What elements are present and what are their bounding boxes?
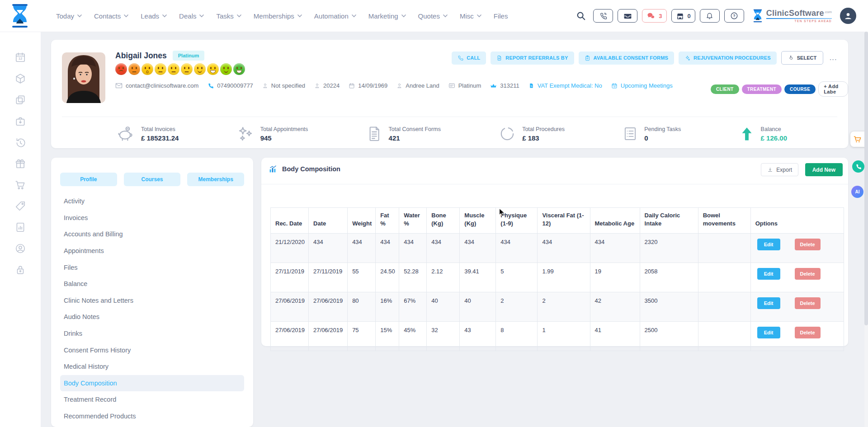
nav-memberships[interactable]: Memberships xyxy=(254,12,302,20)
stat-balance: Balance£ 126.00 xyxy=(739,125,787,142)
report-referrals-button[interactable]: REPORT REFERRALS BY xyxy=(491,52,574,65)
mood-5-icon[interactable] xyxy=(168,63,179,75)
mood-3-icon[interactable] xyxy=(142,63,153,75)
table-cell: 40 xyxy=(460,292,496,322)
upcoming-meetings-link[interactable]: 12 Upcoming Meetings xyxy=(611,82,673,89)
mood-10-icon[interactable] xyxy=(233,63,245,75)
floating-ai-button[interactable]: AI xyxy=(851,186,863,198)
menu-body-composition[interactable]: Body Composition xyxy=(60,375,244,392)
document-icon xyxy=(496,55,502,61)
menu-drinks[interactable]: Drinks xyxy=(60,325,244,342)
mood-2-icon[interactable] xyxy=(128,63,140,75)
price-tag-icon[interactable] xyxy=(14,200,26,212)
mood-7-icon[interactable] xyxy=(194,63,206,75)
select-button[interactable]: SELECT xyxy=(781,51,823,65)
menu-balance[interactable]: Balance xyxy=(60,276,244,292)
mood-6-icon[interactable] xyxy=(181,63,193,75)
nav-misc[interactable]: Misc xyxy=(460,12,481,20)
nav-contacts[interactable]: Contacts xyxy=(94,12,128,20)
label-client[interactable]: CLIENT xyxy=(711,84,739,94)
edit-button[interactable]: Edit xyxy=(757,297,780,309)
phone-icon xyxy=(855,164,862,170)
label-treatment[interactable]: TREATMENT xyxy=(742,84,782,94)
chevron-down-icon xyxy=(199,14,204,18)
table-cell: 45% xyxy=(399,322,427,351)
edit-button[interactable]: Edit xyxy=(757,268,780,280)
help-button[interactable]: ? xyxy=(724,9,744,23)
phone-icon xyxy=(208,83,214,89)
report-chart-icon[interactable] xyxy=(14,221,26,233)
nav-marketing[interactable]: Marketing xyxy=(368,12,406,20)
menu-treatment-record[interactable]: Treatment Record xyxy=(60,391,244,408)
clinicsoftware-brand-logo[interactable]: ClinicSoftware.com TEN STEPS AHEAD xyxy=(752,9,832,23)
edit-button[interactable]: Edit xyxy=(757,327,780,338)
history-icon[interactable] xyxy=(14,136,26,148)
floating-phone-button[interactable] xyxy=(852,160,864,173)
store-button[interactable]: 0 xyxy=(671,9,695,23)
menu-appointments[interactable]: Appointments xyxy=(60,243,244,259)
menu-recommended-products[interactable]: Recommended Products xyxy=(60,408,244,425)
inbox-button[interactable] xyxy=(618,9,637,23)
menu-medical-history[interactable]: Medical History xyxy=(60,358,244,375)
package-cube-icon[interactable] xyxy=(14,73,26,84)
table-cell: 434 xyxy=(427,234,460,263)
nav-automation[interactable]: Automation xyxy=(314,12,356,20)
delete-button[interactable]: Delete xyxy=(795,297,821,309)
calendar-icon[interactable]: 12 xyxy=(14,52,26,63)
add-label-button[interactable]: + Add Labe xyxy=(818,81,848,97)
delete-button[interactable]: Delete xyxy=(795,268,821,280)
delete-button[interactable]: Delete xyxy=(795,327,821,338)
delete-button[interactable]: Delete xyxy=(795,239,821,250)
table-cell xyxy=(698,234,750,263)
consent-forms-button[interactable]: AVAILABLE CONSENT FORMS xyxy=(579,52,675,65)
call-button[interactable]: CALL xyxy=(452,52,486,65)
gift-icon[interactable] xyxy=(14,158,26,169)
user-avatar[interactable] xyxy=(840,8,856,24)
cart-icon[interactable] xyxy=(14,179,26,191)
rejuvenation-button[interactable]: REJUVENATION PROCEDURES xyxy=(679,52,777,65)
vat-exempt-link[interactable]: % VAT Exempt Medical: No xyxy=(528,82,602,89)
chevron-down-icon xyxy=(297,14,302,18)
tab-courses[interactable]: Courses xyxy=(124,173,181,186)
mood-1-icon[interactable] xyxy=(115,63,127,75)
nav-quotes[interactable]: Quotes xyxy=(418,12,448,20)
menu-invoices[interactable]: Invoices xyxy=(60,210,244,226)
menu-audio-notes[interactable]: Audio Notes xyxy=(60,309,244,325)
nav-leads[interactable]: Leads xyxy=(141,12,167,20)
tab-memberships[interactable]: Memberships xyxy=(187,173,244,186)
table-cell: 1 xyxy=(538,322,590,351)
menu-clinic-notes-and-letters[interactable]: Clinic Notes and Letters xyxy=(60,292,244,309)
shopping-bag-icon[interactable] xyxy=(14,115,26,127)
mood-8-icon[interactable] xyxy=(207,63,219,75)
table-cell: 19 xyxy=(590,263,640,292)
mood-9-icon[interactable] xyxy=(220,63,232,75)
duplicate-icon[interactable] xyxy=(14,94,26,106)
clinic-logo-icon[interactable] xyxy=(10,4,30,28)
menu-accounts-and-billing[interactable]: Accounts and Billing xyxy=(60,226,244,243)
menu-files[interactable]: Files xyxy=(60,259,244,276)
more-actions-button[interactable]: ... xyxy=(828,55,839,61)
lock-icon[interactable] xyxy=(14,264,26,276)
edit-button[interactable]: Edit xyxy=(757,239,780,250)
chevron-down-icon xyxy=(77,14,82,18)
account-security-icon[interactable] xyxy=(14,243,26,254)
nav-tasks[interactable]: Tasks xyxy=(216,12,241,20)
panel-tabs: Profile Courses Memberships xyxy=(60,173,244,186)
mood-4-icon[interactable] xyxy=(155,63,166,75)
label-course[interactable]: COURSE xyxy=(784,84,816,94)
nav-files[interactable]: Files xyxy=(494,12,508,20)
scrollbar-thumb[interactable] xyxy=(864,32,868,325)
icon-rail: 12 xyxy=(0,32,41,427)
menu-activity[interactable]: Activity xyxy=(60,193,244,210)
notifications-button[interactable] xyxy=(700,9,720,23)
search-icon[interactable] xyxy=(576,11,586,21)
add-new-button[interactable]: Add New xyxy=(805,163,843,176)
nav-today[interactable]: Today xyxy=(56,12,82,20)
menu-consent-forms-history[interactable]: Consent Forms History xyxy=(60,342,244,358)
dialer-button[interactable] xyxy=(593,9,613,23)
chat-button[interactable]: 3 xyxy=(642,9,666,23)
export-button[interactable]: Export xyxy=(761,163,798,176)
table-cell: 42 xyxy=(590,292,640,322)
tab-profile[interactable]: Profile xyxy=(60,173,117,186)
nav-deals[interactable]: Deals xyxy=(179,12,204,20)
